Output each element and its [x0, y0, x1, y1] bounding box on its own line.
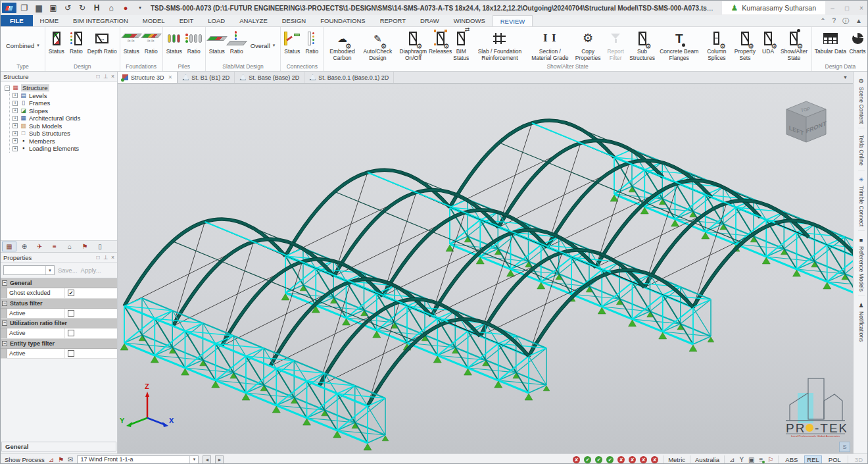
tab-review[interactable]: REVIEW — [493, 15, 533, 26]
abs-coords-toggle[interactable]: ABS — [783, 456, 800, 463]
loadcase-combobox[interactable]: 17 Wind Front 1-1-a▼ — [77, 455, 199, 464]
collapse-ribbon-icon[interactable]: ⌃ — [820, 17, 825, 24]
wind-view-button[interactable]: ✈ — [32, 242, 47, 251]
view-tab-st-b1[interactable]: St. B1 (B1) 2D — [178, 72, 235, 83]
tab-draw[interactable]: DRAW — [413, 15, 446, 26]
tree-expand-icon[interactable]: + — [12, 101, 18, 106]
status-error-icon[interactable]: ✘ — [640, 456, 647, 463]
piles-ratio-button[interactable]: Ratio — [184, 28, 204, 63]
tree-item-levels[interactable]: Levels — [29, 92, 47, 99]
sidebar-item-scene-content[interactable]: ⚙Scene Content — [858, 74, 865, 128]
ghost-excluded-checkbox[interactable]: ✔ — [68, 290, 74, 296]
next-loadcase-button[interactable]: ► — [215, 455, 224, 464]
tree-collapse-icon[interactable]: − — [5, 86, 10, 91]
pin-panel-icon[interactable]: ⊥ — [103, 254, 108, 261]
save-button[interactable]: ▣ — [47, 2, 60, 14]
close-panel-icon[interactable]: × — [111, 254, 114, 261]
auto-check-design-button[interactable]: ✎⚙ Auto/Check Design — [360, 28, 396, 63]
status-ok-icon[interactable]: ✔ — [584, 456, 591, 463]
diaphragm-on-off-button[interactable]: ⚙ Diaphragm On/Off — [396, 28, 431, 63]
tree-expand-icon[interactable]: + — [12, 146, 18, 151]
view-tab-list-dropdown[interactable]: ▼ — [838, 72, 853, 83]
general-rollup-bar[interactable]: General — [1, 442, 116, 451]
validate-button[interactable]: H — [90, 2, 103, 14]
load-list-button[interactable]: ≡ — [47, 242, 62, 251]
tab-foundations[interactable]: FOUNDATIONS — [313, 15, 372, 26]
structure-filter-view-button[interactable]: ▦ — [2, 242, 16, 251]
foundations-status-button[interactable]: ≈≈ Status — [122, 28, 141, 63]
tab-design[interactable]: DESIGN — [275, 15, 313, 26]
model-canvas[interactable]: ZXY TOP LEFT FRONT — [118, 84, 853, 453]
undo-button[interactable]: ↺ — [61, 2, 74, 14]
sidebar-item-trimble-connect[interactable]: ✳Trimble Connect — [858, 173, 865, 231]
archive-tool-button[interactable]: ▯ — [93, 242, 107, 251]
collapse-group-icon[interactable]: − — [2, 341, 7, 346]
user-account[interactable]: ♟ Kumarasamy Sutharsan — [722, 1, 825, 14]
status-ok-icon[interactable]: ✔ — [606, 456, 614, 463]
layers-icon[interactable]: ≡ — [760, 456, 763, 463]
copy-properties-button[interactable]: ⚙ Copy Properties — [573, 28, 604, 63]
property-set-combobox[interactable]: ▼ — [3, 265, 55, 275]
pin-panel-icon[interactable]: ⊥ — [103, 73, 108, 80]
tree-expand-icon[interactable]: + — [12, 131, 18, 136]
collapse-group-icon[interactable]: − — [2, 280, 7, 286]
tree-expand-icon[interactable]: + — [12, 123, 18, 128]
globe-view-button[interactable]: ⊕ — [17, 242, 32, 251]
property-sets-button[interactable]: ⚙ Property Sets — [732, 28, 758, 63]
sidebar-item-reference-models[interactable]: ■Reference Models — [858, 234, 865, 296]
tab-home[interactable]: HOME — [33, 15, 66, 26]
3d-mode-toggle[interactable]: 3D — [853, 456, 865, 463]
tree-item-sub-models[interactable]: Sub Models — [29, 122, 62, 130]
slab-ratio-button[interactable]: Ratio — [227, 28, 247, 63]
bell-icon[interactable]: ▲ — [856, 17, 862, 24]
status-error-icon[interactable]: ✘ — [573, 456, 580, 463]
info-icon[interactable]: ⓘ — [842, 16, 849, 26]
tab-report[interactable]: REPORT — [373, 15, 413, 26]
tree-item-architectural-grids[interactable]: Architectural Grids — [29, 115, 80, 122]
box-tool-button[interactable]: ⌂ — [62, 242, 77, 251]
sidebar-item-notifications[interactable]: ♟Notifications — [858, 299, 865, 346]
envelope-icon[interactable]: ✉ — [68, 456, 73, 463]
tab-bim-integration[interactable]: BIM INTEGRATION — [66, 15, 135, 26]
save-properties-button[interactable]: Save... — [58, 267, 78, 274]
float-panel-icon[interactable]: □ — [96, 73, 99, 80]
minimize-button[interactable]: – — [825, 1, 840, 14]
entity-filter-active-checkbox[interactable] — [68, 350, 74, 357]
column-splices-button[interactable]: ⚙ Column Splices — [702, 28, 732, 63]
tab-file[interactable]: FILE — [1, 15, 33, 26]
units-button[interactable]: Metric — [668, 456, 685, 463]
open-button[interactable]: ▆ — [32, 2, 45, 14]
flag-tool-button[interactable]: ⚑ — [78, 242, 92, 251]
collapse-group-icon[interactable]: − — [2, 301, 7, 306]
tree-expand-icon[interactable]: + — [12, 108, 18, 113]
float-panel-icon[interactable]: □ — [96, 254, 99, 261]
report-filter-button[interactable]: Report Filter — [604, 28, 628, 63]
previous-loadcase-button[interactable]: ◄ — [203, 455, 211, 464]
bim-status-button[interactable]: ⇄ BIM Status — [450, 28, 472, 63]
drafting-mode-icon[interactable]: ⊿ — [729, 456, 735, 463]
tab-analyze[interactable]: ANALYZE — [232, 15, 275, 26]
status-error-icon[interactable]: ✘ — [617, 456, 625, 463]
collapse-group-icon[interactable]: − — [2, 321, 7, 326]
uda-button[interactable]: ⚙ UDA — [758, 28, 778, 63]
design-ratio-button[interactable]: Ratio — [66, 28, 86, 63]
status-ok-icon[interactable]: ✔ — [595, 456, 602, 463]
maximize-button[interactable]: □ — [840, 1, 854, 14]
connections-ratio-button[interactable]: Ratio — [302, 28, 322, 63]
concrete-beam-flanges-button[interactable]: T Concrete Beam Flanges — [656, 28, 702, 63]
flag-disabled-icon[interactable]: ⚐ — [767, 456, 773, 463]
close-button[interactable]: × — [854, 1, 868, 14]
view-cube[interactable]: TOP LEFT FRONT — [786, 101, 827, 145]
combined-type-dropdown[interactable]: Combined▾ — [2, 28, 43, 63]
redo-button[interactable]: ↻ — [76, 2, 89, 14]
render-view-icon[interactable]: ▣ — [748, 456, 754, 463]
snapshot-button[interactable]: S — [839, 442, 850, 452]
member-tool-icon[interactable]: ⊿ — [49, 456, 54, 463]
tab-edit[interactable]: EDIT — [172, 15, 201, 26]
releases-button[interactable]: ⚙ Releases — [431, 28, 450, 63]
tab-model[interactable]: MODEL — [135, 15, 172, 26]
pol-coords-toggle[interactable]: POL — [827, 456, 843, 463]
tree-expand-icon[interactable]: + — [12, 93, 18, 98]
close-panel-icon[interactable]: × — [111, 73, 114, 80]
new-model-button[interactable]: ❐ — [18, 2, 31, 14]
